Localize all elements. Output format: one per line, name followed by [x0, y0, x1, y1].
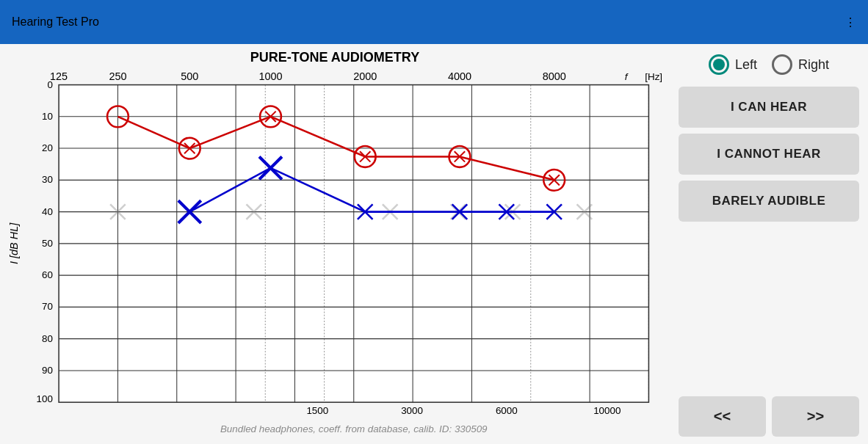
topbar: Hearing Test Pro ⋮ [0, 0, 868, 44]
nav-buttons: << >> [679, 396, 859, 437]
barely-audible-button[interactable]: BARELY AUDIBLE [679, 181, 859, 222]
svg-text:80: 80 [42, 333, 53, 344]
svg-text:10: 10 [42, 111, 53, 122]
svg-text:2000: 2000 [353, 70, 377, 82]
app-title: Hearing Test Pro [12, 15, 99, 29]
right-panel: Left Right I CAN HEAR I CANNOT HEAR BARE… [670, 44, 868, 444]
next-button[interactable]: >> [772, 396, 859, 437]
svg-text:3000: 3000 [401, 405, 423, 416]
left-ear-option[interactable]: Left [709, 54, 757, 75]
chart-title: PURE-TONE AUDIOMETRY [250, 50, 419, 65]
svg-text:8000: 8000 [543, 70, 566, 82]
svg-text:100: 100 [37, 393, 53, 404]
svg-text:1500: 1500 [306, 405, 328, 416]
svg-text:20: 20 [42, 142, 53, 153]
svg-text:500: 500 [181, 70, 198, 82]
right-ear-radio[interactable] [772, 54, 792, 75]
i-can-hear-button[interactable]: I CAN HEAR [679, 87, 859, 128]
svg-text:70: 70 [42, 302, 53, 313]
svg-text:4000: 4000 [448, 70, 471, 82]
svg-text:40: 40 [42, 206, 53, 217]
right-ear-option[interactable]: Right [772, 54, 829, 75]
svg-text:10000: 10000 [593, 405, 621, 416]
main-content: PURE-TONE AUDIOMETRY [0, 44, 868, 444]
right-ear-label: Right [798, 57, 829, 73]
svg-text:0: 0 [47, 79, 52, 90]
svg-text:6000: 6000 [496, 405, 518, 416]
svg-text:1000: 1000 [258, 70, 282, 82]
svg-text:60: 60 [42, 269, 53, 280]
svg-text:I [dB HL]: I [dB HL] [8, 222, 20, 264]
ear-selector: Left Right [679, 51, 859, 81]
svg-text:f: f [625, 71, 629, 82]
svg-text:30: 30 [42, 174, 53, 185]
svg-text:[Hz]: [Hz] [645, 71, 662, 82]
left-ear-radio[interactable] [709, 54, 729, 75]
audiogram-chart: 125 250 500 1000 2000 4000 8000 f [Hz] 1… [6, 68, 664, 442]
svg-text:250: 250 [109, 70, 126, 82]
i-cannot-hear-button[interactable]: I CANNOT HEAR [679, 134, 859, 175]
left-ear-label: Left [735, 57, 757, 73]
svg-text:90: 90 [42, 365, 53, 376]
svg-text:Bundled headphones, coeff. fro: Bundled headphones, coeff. from database… [220, 423, 488, 434]
chart-area: PURE-TONE AUDIOMETRY [0, 44, 670, 444]
prev-button[interactable]: << [679, 396, 766, 437]
menu-icon[interactable]: ⋮ [845, 15, 856, 29]
svg-text:50: 50 [42, 238, 53, 249]
